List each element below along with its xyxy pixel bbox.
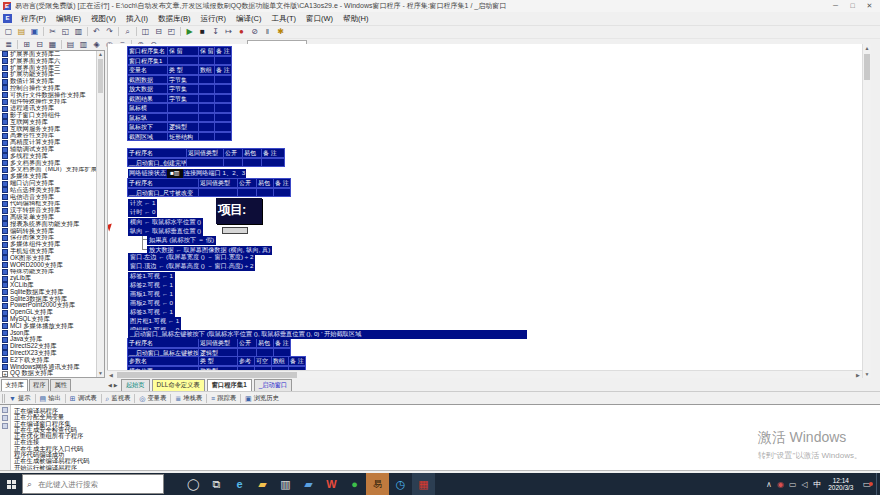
sidebar-item-library[interactable]: 代码编辑框支持库 xyxy=(0,201,104,208)
table-cell[interactable] xyxy=(198,122,215,132)
redo-icon[interactable]: ↷ xyxy=(103,26,116,37)
cortana-icon[interactable]: ◯ xyxy=(182,473,205,495)
table-cell[interactable]: 参数名 xyxy=(127,356,199,366)
menu-item[interactable]: 编译(C) xyxy=(231,14,266,24)
table-cell[interactable] xyxy=(273,188,291,198)
code-editor[interactable]: 网络链接状态 ■▥ 连接网络端口 1、2、3 项目: 窗口程序集名保 留保 留备… xyxy=(107,44,863,370)
sidebar-item-library[interactable]: 组件特效操作支持库 xyxy=(0,99,104,106)
table-cell[interactable] xyxy=(214,103,232,113)
code-line[interactable]: _启动窗口_鼠标左键被按下 (取鼠标水平位置 (), 取鼠标垂直位置 (), 0… xyxy=(128,330,527,339)
sidebar-item-library[interactable]: 互联网服务支持库 xyxy=(0,126,104,133)
sidebar-item-library[interactable]: E2下载支持库 xyxy=(0,357,104,364)
sidebar-item-library[interactable]: XCLib库 xyxy=(0,282,104,289)
sidebar-tab-程序[interactable]: 程序 xyxy=(29,379,50,391)
save-icon[interactable]: ▣ xyxy=(28,26,41,37)
table-cell[interactable] xyxy=(186,158,224,168)
sidebar-item-library[interactable]: DirectS22支持库 xyxy=(0,343,104,350)
sidebar-item-library[interactable]: 多媒体组件支持库 xyxy=(0,241,104,248)
sidebar-item-library[interactable]: 扩展界面支持库三 xyxy=(0,65,104,72)
table-cell[interactable]: 备 注 xyxy=(273,338,291,348)
pause-icon[interactable]: ‖ xyxy=(261,26,274,37)
editor-vscrollbar[interactable]: ▲ ▼ xyxy=(862,44,871,378)
step-into-icon[interactable]: ↧ xyxy=(209,26,222,37)
table-cell[interactable]: 截图区域 xyxy=(127,132,168,142)
table-cell[interactable] xyxy=(214,75,232,85)
table-cell[interactable]: 返回值类型 xyxy=(198,178,238,188)
strip-icon[interactable] xyxy=(2,415,8,421)
sidebar-item-library[interactable]: 端口访问支持库 xyxy=(0,180,104,187)
align-left-icon[interactable]: ≣ xyxy=(2,39,15,50)
table-cell[interactable]: __启动窗口_尺寸被改变 xyxy=(127,188,199,198)
sidebar-item-library[interactable]: OK图形支持库 xyxy=(0,255,104,262)
menu-item[interactable]: 运行(R) xyxy=(196,14,231,24)
table-cell[interactable] xyxy=(167,103,199,113)
table-cell[interactable]: 鼠标纵 xyxy=(127,113,168,123)
sidebar-tab-属性[interactable]: 属性 xyxy=(50,379,71,391)
table-cell[interactable] xyxy=(214,94,232,104)
table-cell[interactable]: 鼠标横 xyxy=(127,103,168,113)
code-table[interactable]: 参数名类 型参考可空数组备 注横向位置整数型 xyxy=(128,357,306,370)
table-cell[interactable]: 窗口程序集1 xyxy=(127,56,168,66)
window-split-h-icon[interactable]: ◫ xyxy=(139,26,152,37)
scroll-down-icon[interactable]: ▼ xyxy=(863,370,871,378)
table-cell[interactable] xyxy=(214,122,232,132)
sidebar-item-library[interactable]: OpenGL支持库 xyxy=(0,309,104,316)
scrollbar-thumb[interactable] xyxy=(98,59,103,93)
table-cell[interactable] xyxy=(237,188,257,198)
menu-item[interactable]: 帮助(H) xyxy=(338,14,373,24)
table-cell[interactable] xyxy=(198,103,215,113)
table-cell[interactable]: 备 注 xyxy=(261,148,285,158)
sidebar-item-library[interactable]: Windows网络通讯支持库 xyxy=(0,364,104,371)
ime-indicator[interactable]: 中 xyxy=(810,479,824,490)
editor-tab-blue[interactable]: _启动窗口 xyxy=(254,379,293,391)
task-view-icon[interactable]: ⧉ xyxy=(205,473,228,495)
green-app-icon[interactable]: ● xyxy=(343,473,366,495)
unfold-icon[interactable]: ▥ xyxy=(77,39,90,50)
table-cell[interactable] xyxy=(198,84,215,94)
table-cell[interactable]: 变量名 xyxy=(127,65,168,75)
clear-breakpoint-icon[interactable]: ⊘ xyxy=(248,26,261,37)
table-cell[interactable]: 字节集 xyxy=(167,84,199,94)
table-cell[interactable] xyxy=(214,84,232,94)
sidebar-item-library[interactable]: 手机短信支持库 xyxy=(0,248,104,255)
sidebar-item-library[interactable]: 特殊功能支持库 xyxy=(0,269,104,276)
table-cell[interactable] xyxy=(198,75,215,85)
table-cell[interactable]: 数组 xyxy=(198,65,215,75)
sidebar-item-library[interactable]: +QQ 数据支持库 xyxy=(0,370,104,377)
sidebar-item-library[interactable]: 编码转换支持库 xyxy=(0,228,104,235)
code-table[interactable]: 子程序名返回值类型公开易包备 注__启动窗口_尺寸被改变 xyxy=(128,179,291,198)
sidebar-item-library[interactable]: 扩展功能支持库一 xyxy=(0,71,104,78)
scrollbar-thumb[interactable] xyxy=(864,54,870,80)
table-cell[interactable]: 矩形结构 xyxy=(167,132,199,142)
code-line[interactable]: 窗口.顶边 ← (取屏幕高度 () － 窗口.高度) ÷ 2 xyxy=(128,262,255,271)
debug-button-浏览历史[interactable]: ▣浏览历史 xyxy=(242,394,282,403)
table-delete-icon[interactable]: ⊟ xyxy=(33,39,46,50)
table-cell[interactable] xyxy=(242,158,262,168)
file-explorer-icon[interactable]: ▰ xyxy=(251,473,274,495)
grid-icon[interactable]: ▦ xyxy=(46,39,59,50)
table-cell[interactable] xyxy=(198,132,215,142)
sidebar-item-library[interactable]: 高级菜单支持库 xyxy=(0,214,104,221)
table-cell[interactable]: 保 留 xyxy=(198,46,215,56)
maximize-button[interactable]: □ xyxy=(844,0,861,11)
menu-item[interactable]: 数据库(B) xyxy=(153,14,196,24)
table-cell[interactable]: 类 型 xyxy=(198,356,238,366)
sidebar-item-library[interactable]: 控制台操作支持库 xyxy=(0,85,104,92)
menu-item[interactable]: 插入(I) xyxy=(121,14,153,24)
menu-item[interactable]: 视图(V) xyxy=(86,14,121,24)
sidebar-item-library[interactable]: 扩展界面支持库六 xyxy=(0,58,104,65)
grid-app-icon[interactable]: ▦ xyxy=(412,473,435,495)
breakpoint-icon[interactable]: ● xyxy=(235,26,248,37)
code-line[interactable]: 计次 ← 1 xyxy=(128,199,157,208)
table-cell[interactable]: 备 注 xyxy=(214,46,232,56)
sidebar-item-library[interactable]: DirectX23支持库 xyxy=(0,350,104,357)
find-icon[interactable]: ⌕ xyxy=(121,26,134,37)
code-table[interactable]: 窗口程序集名保 留保 留备 注窗口程序集1变量名类 型数组备 注截图数据字节集放… xyxy=(128,47,232,142)
table-cell[interactable]: 返回值类型 xyxy=(198,338,238,348)
table-cell[interactable]: 公开 xyxy=(237,178,257,188)
table-cell[interactable]: 数组 xyxy=(271,356,289,366)
table-cell[interactable]: 窗口程序集名 xyxy=(127,46,168,56)
code-table[interactable]: 子程序名返回值类型公开易包备 注__启动窗口_创建完毕 xyxy=(128,149,285,168)
sidebar-item-library[interactable]: 互联网支持库 xyxy=(0,119,104,126)
table-cell[interactable]: 子程序名 xyxy=(127,148,187,158)
